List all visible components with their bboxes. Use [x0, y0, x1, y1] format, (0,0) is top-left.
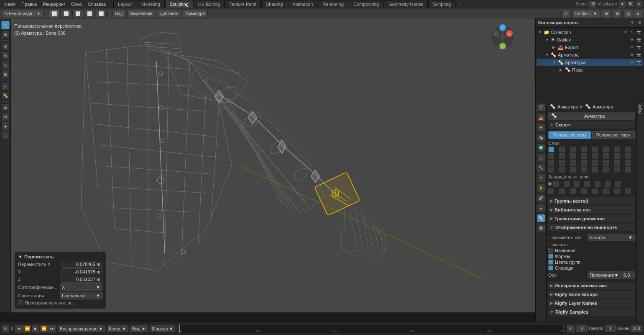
op-move-y-value[interactable]: -0.041678 m — [61, 268, 102, 275]
ws-tab-shading[interactable]: Shading — [261, 0, 287, 8]
armature-name-field[interactable]: 🦴 Арматура — [548, 112, 635, 120]
layer-23[interactable] — [625, 160, 631, 166]
props-view-icon[interactable]: 👁 — [537, 124, 545, 132]
player-0[interactable] — [553, 181, 559, 187]
group-colors-check[interactable] — [548, 260, 553, 265]
falloff-btn[interactable]: ∧ — [634, 10, 642, 18]
snap-btn[interactable]: ⊕ — [613, 10, 622, 18]
layer-3[interactable] — [581, 147, 587, 152]
ws-tab-add[interactable]: + — [456, 0, 466, 8]
layer-29[interactable] — [603, 167, 609, 173]
pivot-btn[interactable]: ⊕ — [602, 10, 611, 18]
tl-mode-btn[interactable]: ⊙ — [2, 325, 9, 332]
ws-tab-layout[interactable]: Layout — [113, 0, 136, 8]
annotate-btn[interactable]: ✏ — [1, 82, 10, 90]
player-8[interactable] — [548, 188, 554, 194]
ol-item-oakley[interactable]: ▼ 👁 Oakley 👁 📷 — [537, 36, 643, 44]
ol-armp-render[interactable]: 📷 — [636, 52, 641, 58]
scene-icon[interactable]: 🎬 — [589, 1, 596, 8]
ws-tab-scripting[interactable]: Scripting — [428, 0, 455, 8]
cursor-tool-btn[interactable]: ⊕ — [1, 30, 10, 39]
op-move-z-value[interactable]: -0.051037 m — [61, 276, 102, 283]
player-2[interactable] — [574, 181, 580, 187]
player-9[interactable] — [559, 188, 565, 194]
ws-tab-texture[interactable]: Texture Paint — [225, 0, 261, 8]
overlay-btn4[interactable]: ⬜ — [84, 10, 95, 18]
layer-4[interactable] — [592, 147, 598, 152]
ol-eye-icon[interactable]: 👁 — [622, 29, 628, 35]
viewlayer-icon[interactable]: ▼ — [619, 1, 626, 8]
op-orientation-dropdown[interactable]: Глобально ▼ — [60, 292, 102, 299]
ol-armp-eye[interactable]: 👁 — [629, 52, 635, 58]
layer-21[interactable] — [603, 160, 609, 166]
layer-17[interactable] — [559, 160, 565, 166]
player-6[interactable] — [615, 181, 621, 187]
props-armature-icon[interactable]: 🦴 — [537, 214, 545, 222]
scale-tool-btn[interactable]: ⤡ — [1, 61, 10, 69]
tl-view-label[interactable]: Вид ▼ — [130, 325, 148, 332]
tl-play-btn[interactable]: ▶ — [32, 325, 39, 332]
tl-prev-frame-btn[interactable]: ⏪ — [23, 325, 31, 332]
op-move-x-value[interactable]: -0.078465 m — [61, 261, 102, 268]
tl-marker-label[interactable]: Маркер ▼ — [150, 325, 176, 332]
axes-value-field[interactable]: 0.0 — [621, 271, 635, 279]
rigify-bone-groups-header[interactable]: ▶ Rigify Bone Groups — [548, 291, 635, 298]
outliner-filter-icon[interactable]: ▼ — [630, 20, 634, 25]
rotate-tool-btn[interactable]: ↻ — [1, 52, 10, 60]
ws-tab-compositing[interactable]: Compositing — [349, 0, 383, 8]
player-5[interactable] — [605, 181, 611, 187]
layer-22[interactable] — [614, 160, 620, 166]
layer-0[interactable] — [548, 147, 554, 152]
shapes-check[interactable] — [548, 254, 553, 259]
measure-btn[interactable]: 📏 — [1, 91, 10, 100]
extrude-btn[interactable]: ⊕ — [1, 103, 10, 112]
layer-14[interactable] — [614, 153, 620, 159]
ol-oakley-render[interactable]: 📷 — [636, 37, 641, 43]
props-modifier-icon[interactable]: 🔧 — [537, 164, 545, 172]
proportional-toggle[interactable]: ◎ — [624, 10, 633, 18]
tl-skip-end-btn[interactable]: ⏭ — [49, 325, 56, 332]
tl-end-value[interactable]: 250 — [631, 325, 642, 332]
roll-btn[interactable]: ↺ — [1, 113, 10, 121]
move-tool-btn[interactable]: ✛ — [1, 42, 10, 51]
display-as-dropdown[interactable]: В-кость ▼ — [588, 234, 635, 241]
tl-current-frame2[interactable]: 0 — [576, 325, 588, 332]
nav-gizmo[interactable]: X X Z Y — [490, 24, 515, 49]
layer-11[interactable] — [581, 153, 587, 159]
layer-12[interactable] — [592, 153, 598, 159]
tl-playback-label[interactable]: Воспроизведение ▼ — [58, 325, 105, 332]
motion-paths-header[interactable]: ▶ Траектории движения — [548, 215, 635, 222]
names-check[interactable] — [548, 248, 553, 253]
layer-28[interactable] — [592, 167, 598, 173]
rest-position-btn[interactable]: Положение покоя — [592, 131, 635, 139]
op-axis-dropdown[interactable]: X ▼ — [60, 283, 102, 291]
viewport-display-header[interactable]: ▼ Отображение во вьюпорте — [548, 224, 635, 231]
ol-item-export[interactable]: ▶ 📤 Export 👁 📷 — [537, 44, 643, 51]
ol-oakley-eye[interactable]: 👁 — [629, 37, 635, 43]
armature-menu[interactable]: Арматура — [183, 10, 207, 18]
menu-file[interactable]: Файл — [2, 1, 18, 8]
layer-5[interactable] — [603, 147, 609, 152]
outliner-settings-icon[interactable]: ⚙ — [638, 20, 641, 25]
skeleton-section-header[interactable]: ▼ Скелет — [548, 121, 635, 129]
layer-9[interactable] — [559, 153, 565, 159]
player-4[interactable] — [595, 181, 601, 187]
props-object-icon[interactable]: ◻ — [537, 154, 545, 162]
ws-tab-uv[interactable]: UV Editing — [194, 0, 225, 8]
layer-16[interactable] — [548, 160, 554, 166]
overlay-btn3[interactable]: ⬜ — [72, 10, 83, 18]
ws-tab-animation[interactable]: Animation — [288, 0, 317, 8]
viewport-3d[interactable]: Пользовательская перспектива (0) Арматур… — [11, 19, 544, 312]
layer-31[interactable] — [625, 167, 631, 173]
props-scene-icon[interactable]: 🎭 — [537, 134, 545, 142]
menu-edit[interactable]: Правка — [19, 1, 39, 8]
ol-cursor-icon[interactable]: ↖ — [629, 29, 635, 35]
props-data-icon[interactable]: ▲ — [537, 204, 545, 212]
layer-1[interactable] — [559, 147, 565, 152]
layer-30[interactable] — [614, 167, 620, 173]
ol-item-pose[interactable]: ▶ 🦴 Поза — [537, 66, 643, 73]
player-10[interactable] — [570, 188, 576, 194]
ws-tab-sculpting[interactable]: Sculpting — [165, 0, 193, 8]
player-1[interactable] — [564, 181, 570, 187]
mode-selector[interactable]: ✎ Режим реда... ▼ — [2, 10, 43, 18]
